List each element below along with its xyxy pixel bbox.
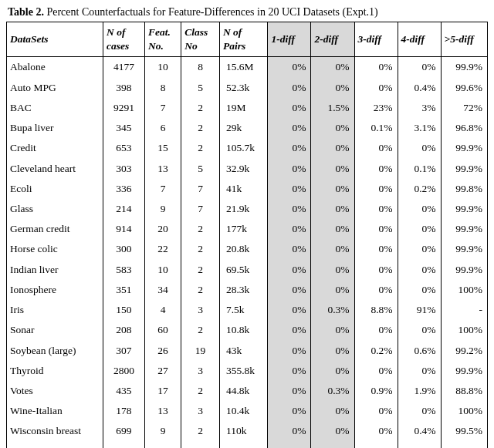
cell-n-cases: 4177	[103, 57, 145, 78]
cell-n-pairs: 29k	[219, 118, 268, 138]
cell-feat-no: 9	[144, 421, 181, 441]
cell-class-no: 2	[181, 320, 220, 340]
cell-1-diff: 0%	[268, 138, 311, 158]
table-body: Abalone417710815.6M0%0%0%0%99.9%Auto MPG…	[7, 57, 488, 448]
cell-3-diff: 0%	[354, 401, 398, 421]
cell-5-diff: 99.2%	[441, 341, 487, 361]
cell-2-diff: 0%	[311, 159, 354, 179]
cell-dataset: Indian liver	[7, 260, 103, 280]
cell-n-cases: 699	[103, 421, 145, 441]
cell-n-cases: 914	[103, 219, 145, 239]
cell-1-diff: 0%	[268, 361, 311, 381]
cell-4-diff: 0.1%	[398, 159, 441, 179]
cell-1-diff: 0%	[268, 341, 311, 361]
cell-1-diff: 0%	[268, 421, 311, 441]
cell-n-cases: 307	[103, 341, 145, 361]
cell-feat-no: 34	[144, 280, 181, 300]
cell-feat-no: 27	[144, 361, 181, 381]
cell-3-diff: 0%	[354, 320, 398, 340]
cell-class-no: 2	[181, 98, 220, 118]
table-row: Bupa liver3456229k0%0%0.1%3.1%96.8%	[7, 118, 488, 138]
cell-class-no: 7	[181, 179, 220, 199]
cell-feat-no: 4	[144, 300, 181, 320]
cell-feat-no: 60	[144, 320, 181, 340]
col-n-cases: N of cases	[103, 22, 145, 57]
table-caption-text: Percent Counterfactuals for Feature-Diff…	[44, 6, 378, 18]
cell-5-diff: 99.9%	[441, 57, 487, 78]
cell-class-no: 2	[181, 421, 220, 441]
cell-class-no: 7	[181, 199, 220, 219]
cell-feat-no: 9	[144, 199, 181, 219]
cell-3-diff: 0%	[354, 78, 398, 98]
cell-2-diff: 0%	[311, 239, 354, 259]
table-row: Auto MPG3988552.3k0%0%0%0.4%99.6%	[7, 78, 488, 98]
cell-5-diff: 99.9%	[441, 219, 487, 239]
cell-class-no: 2	[181, 260, 220, 280]
cell-4-diff: 0%	[398, 57, 441, 78]
cell-class-no: 2	[181, 219, 220, 239]
cell-n-cases: 435	[103, 381, 145, 401]
cell-class-no: 2	[181, 138, 220, 158]
cell-5-diff: 94.9%	[441, 442, 487, 448]
cell-4-diff: 1.9%	[398, 381, 441, 401]
cell-n-pairs: 7.5k	[219, 300, 268, 320]
cell-4-diff: 4.8%	[398, 442, 441, 448]
cell-1-diff: 0%	[268, 320, 311, 340]
table-row: Credit653152105.7k0%0%0%0%99.9%	[7, 138, 488, 158]
cell-2-diff: 0%	[311, 361, 354, 381]
table-row: Wine-Italian17813310.4k0%0%0%0%100%	[7, 401, 488, 421]
cell-5-diff: 99.9%	[441, 239, 487, 259]
cell-1-diff: 0%	[268, 78, 311, 98]
cell-dataset: Yeast	[7, 442, 103, 448]
cell-n-pairs: 177k	[219, 219, 268, 239]
cell-5-diff: 99.9%	[441, 361, 487, 381]
cell-5-diff: 72%	[441, 98, 487, 118]
cell-3-diff: 0.2%	[354, 341, 398, 361]
cell-5-diff: 99.8%	[441, 179, 487, 199]
cell-4-diff: 0%	[398, 280, 441, 300]
cell-dataset: Cleveland heart	[7, 159, 103, 179]
cell-dataset: Abalone	[7, 57, 103, 78]
cell-feat-no: 17	[144, 381, 181, 401]
table-row: Votes43517244.8k0%0.3%0.9%1.9%88.8%	[7, 381, 488, 401]
cell-1-diff: 0%	[268, 179, 311, 199]
cell-4-diff: 0.2%	[398, 179, 441, 199]
cell-5-diff: 99.9%	[441, 199, 487, 219]
cell-n-pairs: 105.7k	[219, 138, 268, 158]
col-datasets: DataSets	[7, 22, 103, 57]
cell-2-diff: 0%	[311, 138, 354, 158]
cell-2-diff: 0%	[311, 320, 354, 340]
cell-3-diff: 0%	[354, 179, 398, 199]
cell-4-diff: 0%	[398, 361, 441, 381]
table-row: Indian liver58310269.5k0%0%0%0%99.9%	[7, 260, 488, 280]
cell-3-diff: 0%	[354, 138, 398, 158]
cell-n-pairs: 10.8k	[219, 320, 268, 340]
cell-3-diff: 0%	[354, 260, 398, 280]
cell-4-diff: 0%	[398, 320, 441, 340]
cell-2-diff: 0%	[311, 199, 354, 219]
cell-feat-no: 6	[144, 118, 181, 138]
cell-dataset: Auto MPG	[7, 78, 103, 98]
cell-3-diff: 0%	[354, 57, 398, 78]
cell-1-diff: 0%	[268, 118, 311, 138]
cell-dataset: Wine-Italian	[7, 401, 103, 421]
cell-n-cases: 583	[103, 260, 145, 280]
cell-n-cases: 1484	[103, 442, 145, 448]
table-row: Sonar20860210.8k0%0%0%0%100%	[7, 320, 488, 340]
col-2-diff: 2-diff	[311, 22, 354, 57]
cell-3-diff: 0%	[354, 421, 398, 441]
cell-5-diff: 99.6%	[441, 78, 487, 98]
cell-dataset: Ionosphere	[7, 280, 103, 300]
cell-4-diff: 0%	[398, 401, 441, 421]
cell-5-diff: 99.9%	[441, 260, 487, 280]
cell-dataset: Bupa liver	[7, 118, 103, 138]
cell-n-cases: 303	[103, 159, 145, 179]
cell-2-diff: 0%	[311, 219, 354, 239]
cell-class-no: 2	[181, 381, 220, 401]
cell-n-cases: 300	[103, 239, 145, 259]
cell-class-no: 5	[181, 159, 220, 179]
cell-5-diff: 100%	[441, 280, 487, 300]
cell-class-no: 10	[181, 442, 220, 448]
cell-4-diff: 91%	[398, 300, 441, 320]
table-row: Thyroid2800273355.8k0%0%0%0%99.9%	[7, 361, 488, 381]
